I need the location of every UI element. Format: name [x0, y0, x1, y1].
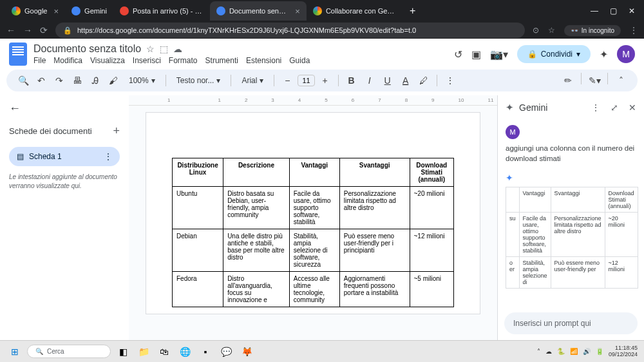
reload-icon[interactable]: ⟳	[40, 25, 48, 35]
user-message: aggiungi una colonna con il numero dei d…	[506, 143, 636, 164]
expand-icon[interactable]: ⤢	[611, 102, 618, 113]
table-row: FedoraDistro all'avanguardia, focus su i…	[173, 272, 454, 307]
close-icon[interactable]: ×	[295, 6, 300, 16]
task-view-icon[interactable]: ◧	[115, 343, 131, 360]
paint-format-icon[interactable]: 🖌	[106, 73, 121, 88]
user-avatar: M	[506, 125, 520, 139]
doc-title[interactable]: Documento senza titolo	[33, 43, 141, 55]
onedrive-icon[interactable]: ☁	[545, 348, 552, 355]
whatsapp-icon[interactable]: 💬	[218, 343, 234, 360]
star-icon[interactable]: ☆	[548, 26, 555, 35]
browser-tab[interactable]: Collaborare con Gemini in Doc	[307, 1, 403, 21]
gemini-logo-icon: ✦	[506, 102, 514, 113]
document-table[interactable]: Distribuzione Linux Descrizione Vantaggi…	[172, 158, 454, 307]
meet-icon[interactable]: 📷▾	[490, 48, 508, 61]
avatar[interactable]: M	[617, 45, 635, 63]
history-icon[interactable]: ↺	[454, 48, 462, 61]
move-icon[interactable]: ⬚	[160, 44, 168, 54]
gemini-menu-icon[interactable]: ⋮	[591, 102, 600, 113]
font-size-input[interactable]: 11	[298, 75, 314, 86]
browser-tab[interactable]: Gemini	[65, 1, 113, 21]
maximize-icon[interactable]: ▢	[610, 6, 617, 15]
bold-icon[interactable]: B	[344, 73, 359, 88]
lock-icon: 🔒	[63, 26, 72, 35]
close-icon[interactable]: ×	[53, 6, 59, 16]
menu-file[interactable]: File	[33, 56, 46, 65]
outline-title: Schede dei documenti+	[9, 124, 120, 138]
browser-tab[interactable]: Google×	[5, 1, 65, 21]
gemini-toolbar-icon[interactable]: ✏	[560, 73, 576, 88]
back-arrow-icon[interactable]: ←	[9, 102, 120, 115]
menu-help[interactable]: Guida	[289, 56, 310, 65]
search-icon[interactable]: 🔍	[15, 73, 31, 88]
docs-logo-icon[interactable]	[9, 43, 27, 66]
underline-icon[interactable]: U	[380, 73, 395, 88]
minimize-icon[interactable]: —	[591, 6, 598, 15]
gemini-table: VantaggiSvantaggiDownload Stimati (annua…	[506, 187, 638, 289]
back-icon[interactable]: ←	[6, 25, 15, 35]
star-icon[interactable]: ☆	[146, 44, 155, 54]
redo-icon[interactable]: ↷	[52, 73, 67, 88]
gemini-title: Gemini	[519, 102, 581, 113]
taskbar-search[interactable]: 🔍Cerca	[27, 345, 111, 358]
zoom-select[interactable]: 100%▾	[124, 74, 160, 87]
url-text: https://docs.google.com/document/d/1knyT…	[77, 26, 416, 34]
gemini-star-icon[interactable]: ✦	[600, 48, 608, 61]
new-tab-button[interactable]: +	[403, 5, 422, 17]
menu-edit[interactable]: Modifica	[53, 56, 82, 65]
highlight-icon[interactable]: 🖊	[416, 73, 431, 88]
more-icon[interactable]: ⋮	[442, 73, 458, 88]
clock[interactable]: 11:18:4509/12/2024	[609, 345, 638, 358]
collapse-icon[interactable]: ˄	[613, 73, 629, 88]
text-color-icon[interactable]: A	[398, 73, 413, 88]
incognito-badge: 👓In incognito	[564, 25, 621, 36]
menu-view[interactable]: Visualizza	[90, 56, 125, 65]
browser-tab[interactable]: Posta in arrivo (5) - nasimichele	[113, 1, 210, 21]
firefox-icon[interactable]: 🦊	[238, 343, 255, 360]
forward-icon[interactable]: →	[23, 25, 32, 35]
menu-tools[interactable]: Strumenti	[205, 56, 238, 65]
comments-icon[interactable]: ▣	[471, 48, 481, 61]
store-icon[interactable]: 🛍	[156, 343, 173, 360]
tray-chevron-icon[interactable]: ˄	[537, 348, 540, 355]
cloud-icon[interactable]: ☁	[173, 44, 182, 54]
menu-extensions[interactable]: Estensioni	[246, 56, 281, 65]
italic-icon[interactable]: I	[362, 73, 377, 88]
decrease-font-icon[interactable]: −	[279, 73, 295, 88]
tab-icon: ▤	[17, 152, 24, 161]
terminal-icon[interactable]: ▪	[197, 343, 214, 360]
search-icon[interactable]: ⊙	[533, 26, 539, 35]
document-page[interactable]: Distribuzione Linux Descrizione Vantaggi…	[146, 112, 480, 314]
menu-icon[interactable]: ⋮	[630, 26, 638, 35]
tab-item[interactable]: ▤Scheda 1 ⋮	[9, 147, 120, 166]
start-button[interactable]: ⊞	[6, 343, 23, 360]
chrome-icon[interactable]: 🌐	[176, 343, 193, 360]
undo-icon[interactable]: ↶	[33, 73, 49, 88]
gemini-response-icon: ✦	[506, 173, 636, 183]
table-row: Distribuzione Linux Descrizione Vantaggi…	[173, 158, 454, 187]
wifi-icon[interactable]: 📶	[570, 348, 578, 355]
editing-mode-icon[interactable]: ✎▾	[587, 73, 602, 88]
tab-menu-icon[interactable]: ⋮	[104, 152, 112, 161]
close-icon[interactable]: ✕	[629, 102, 636, 113]
volume-icon[interactable]: 🔊	[583, 348, 591, 355]
increase-font-icon[interactable]: +	[317, 73, 333, 88]
ruler: 11234567891011121314151617	[129, 95, 497, 106]
close-window-icon[interactable]: ✕	[629, 6, 635, 15]
share-button[interactable]: 🔒Condividi▾	[517, 45, 591, 63]
style-select[interactable]: Testo nor...▾	[171, 74, 226, 87]
gemini-prompt-input[interactable]: Inserisci un prompt qui	[504, 312, 638, 334]
font-select[interactable]: Arial▾	[236, 74, 269, 87]
menu-insert[interactable]: Inserisci	[133, 56, 161, 65]
browser-tab-active[interactable]: Documento senza titolo - Doc×	[210, 1, 307, 21]
tray-icon[interactable]: 🐍	[557, 348, 565, 355]
toolbar: 🔍 ↶ ↷ 🖶 Ꭿ 🖌 100%▾ Testo nor...▾ Arial▾ −…	[6, 70, 638, 91]
print-icon[interactable]: 🖶	[70, 73, 85, 88]
explorer-icon[interactable]: 📁	[135, 343, 152, 360]
add-tab-icon[interactable]: +	[113, 124, 120, 138]
outline-hint: Le intestazioni aggiunte al documento ve…	[9, 173, 120, 191]
spellcheck-icon[interactable]: Ꭿ	[88, 73, 103, 88]
address-bar[interactable]: 🔒 https://docs.google.com/document/d/1kn…	[55, 23, 525, 38]
battery-icon[interactable]: 🔋	[596, 348, 603, 355]
menu-format[interactable]: Formato	[169, 56, 198, 65]
